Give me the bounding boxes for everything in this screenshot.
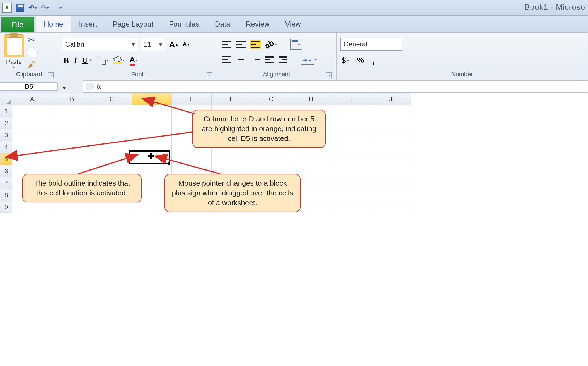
align-top-button[interactable] (221, 40, 233, 49)
percent-button[interactable]: % (356, 55, 365, 65)
col-header-F[interactable]: F (212, 93, 251, 105)
tab-page-layout[interactable]: Page Layout (105, 16, 161, 32)
qat-separator (54, 4, 54, 12)
row-header-1[interactable]: 1 (0, 105, 12, 117)
callout-headers-highlight: Column letter D and row number 5 are hig… (192, 110, 326, 148)
align-center-button[interactable] (235, 56, 247, 64)
col-header-B[interactable]: B (52, 93, 92, 105)
underline-button[interactable]: U▾ (81, 55, 93, 65)
row-header-3[interactable]: 3 (0, 129, 12, 141)
bold-button[interactable]: B (62, 55, 70, 66)
col-header-D[interactable]: D (132, 93, 172, 105)
paint-bucket-icon (113, 57, 122, 64)
number-format-combo[interactable]: General (340, 38, 402, 51)
comma-button[interactable]: , (371, 54, 376, 66)
row-header-8[interactable]: 8 (0, 189, 12, 201)
wrap-text-button[interactable] (289, 39, 303, 50)
currency-button[interactable]: $▾ (340, 55, 350, 65)
formula-bar[interactable]: fx (83, 80, 588, 93)
align-right-button[interactable] (250, 56, 262, 64)
copy-icon (28, 48, 36, 56)
title-bar: X ↶▾ ↷▾ ▾ Book1 - Microso (0, 0, 588, 16)
undo-dropdown[interactable]: ▾ (35, 6, 37, 10)
select-all-corner[interactable] (0, 93, 12, 105)
redo-dropdown[interactable]: ▾ (47, 6, 49, 10)
callout-bold-outline: The bold outline indicates that this cel… (22, 174, 142, 202)
block-plus-cursor-icon: ✚ (148, 152, 154, 161)
group-font: Calibri▾ 11▾ A▴ A▾ B I U▾ ▾ ▾ A▾ Font↘ (58, 33, 217, 80)
tab-view[interactable]: View (277, 16, 309, 32)
decrease-indent-button[interactable] (264, 56, 275, 64)
paste-label: Paste (6, 58, 22, 66)
col-header-C[interactable]: C (92, 93, 132, 105)
row-header-7[interactable]: 7 (0, 177, 12, 189)
col-header-G[interactable]: G (251, 93, 291, 105)
col-header-A[interactable]: A (12, 93, 52, 105)
tab-data[interactable]: Data (207, 16, 238, 32)
tab-file[interactable]: File (1, 17, 34, 32)
brush-icon: 🖌 (28, 60, 36, 69)
save-button[interactable] (15, 3, 25, 13)
col-header-H[interactable]: H (291, 93, 331, 105)
insert-function-button[interactable] (86, 83, 94, 90)
shrink-font-button[interactable]: A▾ (182, 40, 190, 48)
customize-qat-button[interactable]: ▾ (55, 3, 66, 13)
row-header-2[interactable]: 2 (0, 117, 12, 129)
row-header-6[interactable]: 6 (0, 165, 12, 177)
tab-home[interactable]: Home (36, 16, 71, 32)
name-box[interactable]: D5 ▼ (0, 82, 58, 91)
redo-icon: ↷ (41, 3, 47, 12)
tab-insert[interactable]: Insert (71, 16, 105, 32)
merge-icon: ⇄a⇄ (301, 55, 314, 65)
callout-plus-cursor: Mouse pointer changes to a block plus si… (164, 174, 301, 212)
redo-button[interactable]: ↷▾ (40, 3, 50, 13)
orientation-button[interactable]: ab▾ (264, 39, 278, 49)
save-icon (16, 4, 24, 12)
clipboard-dialog-launcher[interactable]: ↘ (48, 72, 54, 78)
cell[interactable] (12, 105, 52, 117)
font-color-button[interactable]: A▾ (129, 55, 139, 66)
row-header-9[interactable]: 9 (0, 201, 12, 213)
undo-icon: ↶ (28, 3, 35, 12)
copy-button[interactable]: ▾ (27, 47, 40, 57)
excel-app-icon[interactable]: X (2, 3, 12, 13)
cut-button[interactable]: ✂ (27, 34, 40, 45)
fill-color-button[interactable]: ▾ (112, 56, 126, 64)
align-middle-button[interactable] (235, 40, 247, 49)
undo-button[interactable]: ↶▾ (27, 3, 37, 13)
row-header-5[interactable]: 5 (0, 153, 12, 165)
col-header-E[interactable]: E (172, 93, 212, 105)
paste-button[interactable]: Paste ▼ (4, 34, 24, 70)
italic-button[interactable]: I (73, 55, 78, 66)
align-bottom-button[interactable] (250, 40, 261, 49)
increase-indent-button[interactable] (278, 56, 288, 64)
col-header-I[interactable]: I (331, 93, 371, 105)
percent-icon: % (357, 56, 364, 65)
align-left-button[interactable] (221, 56, 233, 64)
group-label-clipboard: Clipboard↘ (4, 70, 54, 80)
col-header-J[interactable]: J (371, 93, 411, 105)
worksheet-area: A B C D E F G H I J 1 2 3 4 5 6 7 8 9 ✚ … (0, 93, 588, 213)
tab-formulas[interactable]: Formulas (161, 16, 207, 32)
currency-icon: $ (342, 56, 346, 65)
name-box-dropdown-icon[interactable]: ▼ (61, 85, 67, 91)
alignment-dialog-launcher[interactable]: ↘ (326, 72, 332, 78)
borders-button[interactable]: ▾ (96, 55, 110, 65)
borders-icon (97, 56, 106, 65)
merge-center-button[interactable]: ⇄a⇄▾ (299, 54, 318, 65)
font-dialog-launcher[interactable]: ↘ (207, 72, 212, 78)
orientation-icon: ab (263, 38, 275, 51)
group-clipboard: Paste ▼ ✂ ▾ 🖌 Clipboard↘ (0, 33, 58, 80)
fx-icon: fx (96, 83, 101, 90)
ribbon-tabs: File Home Insert Page Layout Formulas Da… (0, 16, 588, 33)
comma-icon: , (372, 55, 375, 66)
scissors-icon: ✂ (28, 35, 35, 45)
paste-dropdown[interactable]: ▼ (12, 66, 16, 70)
font-name-combo[interactable]: Calibri▾ (62, 38, 138, 51)
tab-review[interactable]: Review (238, 16, 277, 32)
grow-font-button[interactable]: A▴ (168, 39, 179, 49)
row-header-4[interactable]: 4 (0, 141, 12, 153)
font-size-combo[interactable]: 11▾ (141, 38, 165, 51)
format-painter-button[interactable]: 🖌 (27, 59, 40, 70)
wrap-text-icon (290, 39, 302, 50)
